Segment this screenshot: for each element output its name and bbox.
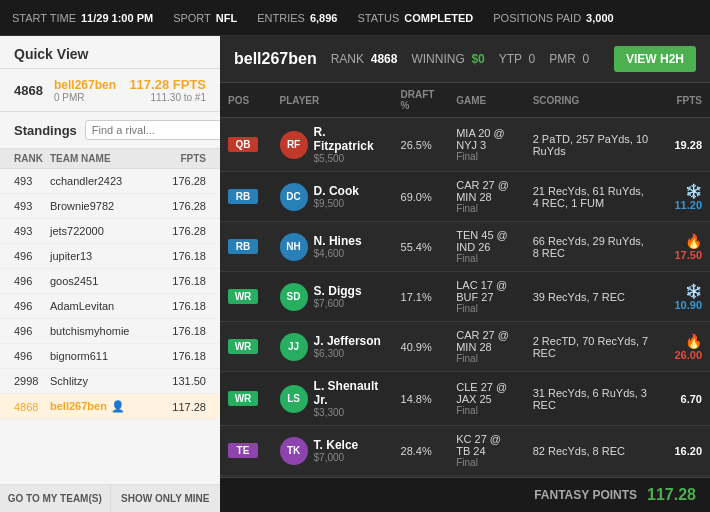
quick-view-header: Quick View <box>0 36 220 69</box>
start-time-value: 11/29 1:00 PM <box>81 12 153 24</box>
player-cell: TK T. Kelce $7,000 <box>272 426 393 476</box>
winning-value: $0 <box>471 52 484 66</box>
table-row: WR JJ J. Jefferson $6,300 40.9% CAR 27 @… <box>220 322 710 372</box>
standing-row[interactable]: 493 cchandler2423 176.28 <box>0 169 220 194</box>
standing-row[interactable]: 2998 Schlitzy 131.50 <box>0 369 220 394</box>
contest-header: bell267ben RANK 4868 WINNING $0 YTP 0 PM… <box>220 36 710 83</box>
avatar: RF <box>280 131 308 159</box>
standing-rank: 493 <box>14 225 50 237</box>
player-pos: RB <box>220 222 272 272</box>
user-highlight-row: 4868 bell267ben 0 PMR 117.28 FPTS 111.30… <box>0 69 220 112</box>
standing-name: bell267ben👤 <box>50 400 172 413</box>
go-to-my-teams-button[interactable]: GO TO MY TEAM(S) <box>0 485 111 512</box>
bottom-buttons: GO TO MY TEAM(S) SHOW ONLY MINE <box>0 484 220 512</box>
player-pos: WR <box>220 272 272 322</box>
player-info: D. Cook $9,500 <box>314 184 359 209</box>
col-fpts: FPTS <box>656 83 710 118</box>
standing-row[interactable]: 496 AdamLevitan 176.18 <box>0 294 220 319</box>
game-cell: MIA 20 @ NYJ 3 Final <box>448 118 524 172</box>
col-pos: POS <box>220 83 272 118</box>
standings-columns: RANK TEAM NAME FPTS <box>0 149 220 169</box>
standing-name: Brownie9782 <box>50 200 172 212</box>
standing-name: Schlitzy <box>50 375 172 387</box>
game-status: Final <box>456 303 516 314</box>
status-value: COMPLETED <box>404 12 473 24</box>
player-salary: $4,600 <box>314 248 362 259</box>
pmr-label: PMR <box>549 52 576 66</box>
standing-row[interactable]: 493 Brownie9782 176.28 <box>0 194 220 219</box>
ytp-value: 0 <box>529 52 536 66</box>
game-matchup: MIA 20 @ NYJ 3 <box>456 127 516 151</box>
scoring-cell: 2 PaTD, 257 PaYds, 10 RuYds <box>525 118 657 172</box>
scoring-cell: 21 RecYds, 61 RuYds, 4 REC, 1 FUM <box>525 172 657 222</box>
scoring-cell: 39 RecYds, 7 REC <box>525 272 657 322</box>
user-pmr: 0 PMR <box>54 92 119 103</box>
user-info: bell267ben 0 PMR <box>54 78 119 103</box>
table-row: WR SD S. Diggs $7,600 17.1% LAC 17 @ BUF… <box>220 272 710 322</box>
standing-row[interactable]: 496 bignorm611 176.18 <box>0 344 220 369</box>
table-row: RB DC D. Cook $9,500 69.0% CAR 27 @ MIN … <box>220 172 710 222</box>
positions-paid-label: POSITIONS PAID <box>493 12 581 24</box>
draft-pct: 40.9% <box>393 322 449 372</box>
user-pts: 117.28 FPTS 111.30 to #1 <box>129 77 206 103</box>
game-status: Final <box>456 253 516 264</box>
player-name: L. Shenault Jr. <box>314 379 385 407</box>
game-cell: LAC 17 @ BUF 27 Final <box>448 272 524 322</box>
fire-icon: 🔥 <box>685 333 702 349</box>
position-badge: RB <box>228 189 258 204</box>
snow-icon: ❄️ <box>685 283 702 299</box>
player-salary: $7,600 <box>314 298 362 309</box>
col-team-header: TEAM NAME <box>50 153 180 164</box>
scoring-cell: 82 RecYds, 8 REC <box>525 426 657 476</box>
contest-ytp: YTP 0 <box>499 52 535 66</box>
position-badge: WR <box>228 339 258 354</box>
quick-view-title: Quick View <box>14 46 88 62</box>
player-name: R. Fitzpatrick <box>314 125 385 153</box>
start-time-label: START TIME <box>12 12 76 24</box>
standing-row[interactable]: 496 butchismyhomie 176.18 <box>0 319 220 344</box>
avatar: JJ <box>280 333 308 361</box>
player-pos: RB <box>220 172 272 222</box>
fpts-cell: 16.20 <box>656 426 710 476</box>
fantasy-total-value: 117.28 <box>647 486 696 504</box>
fpts-cell: 🔥 17.50 <box>656 222 710 272</box>
entries: ENTRIES 6,896 <box>257 12 337 24</box>
pmr-value: 0 <box>583 52 590 66</box>
standing-row[interactable]: 4868 bell267ben👤 117.28 <box>0 394 220 420</box>
game-cell: TEN 45 @ IND 26 Final <box>448 222 524 272</box>
sport-value: NFL <box>216 12 237 24</box>
game-status: Final <box>456 353 516 364</box>
show-only-mine-button[interactable]: SHOW ONLY MINE <box>111 485 221 512</box>
standing-row[interactable]: 496 jupiter13 176.18 <box>0 244 220 269</box>
standing-row[interactable]: 496 goos2451 176.18 <box>0 269 220 294</box>
position-badge: WR <box>228 289 258 304</box>
standing-fpts: 176.28 <box>172 225 206 237</box>
standing-row[interactable]: 493 jets722000 176.28 <box>0 219 220 244</box>
table-row: QB RF R. Fitzpatrick $5,500 26.5% MIA 20… <box>220 118 710 172</box>
player-cell: RF R. Fitzpatrick $5,500 <box>272 118 393 172</box>
entries-value: 6,896 <box>310 12 338 24</box>
rival-input[interactable] <box>85 120 237 140</box>
snow-icon: ❄️ <box>685 183 702 199</box>
view-h2h-button[interactable]: VIEW H2H <box>614 46 696 72</box>
table-row: WR LS L. Shenault Jr. $3,300 14.8% CLE 2… <box>220 372 710 426</box>
player-info: R. Fitzpatrick $5,500 <box>314 125 385 164</box>
draft-pct: 17.1% <box>393 272 449 322</box>
standing-name: butchismyhomie <box>50 325 172 337</box>
scoring-cell: 31 RecYds, 6 RuYds, 3 REC <box>525 372 657 426</box>
game-matchup: LAC 17 @ BUF 27 <box>456 279 516 303</box>
sport: SPORT NFL <box>173 12 237 24</box>
player-pos: WR <box>220 322 272 372</box>
game-matchup: CAR 27 @ MIN 28 <box>456 329 516 353</box>
entries-label: ENTRIES <box>257 12 305 24</box>
game-matchup: KC 27 @ TB 24 <box>456 433 516 457</box>
user-sub: 111.30 to #1 <box>129 92 206 103</box>
winning-label: WINNING <box>411 52 464 66</box>
right-panel: bell267ben RANK 4868 WINNING $0 YTP 0 PM… <box>220 36 710 512</box>
fantasy-total-row: FANTASY POINTS 117.28 <box>220 477 710 512</box>
player-cell: DC D. Cook $9,500 <box>272 172 393 222</box>
standing-name: jets722000 <box>50 225 172 237</box>
avatar: SD <box>280 283 308 311</box>
standing-name: goos2451 <box>50 275 172 287</box>
draft-pct: 26.5% <box>393 118 449 172</box>
